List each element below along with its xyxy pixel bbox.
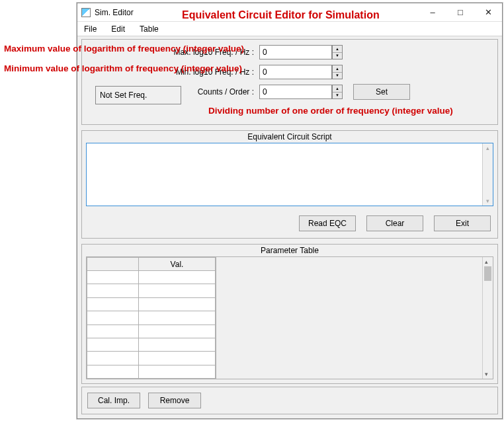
- table-row[interactable]: [87, 284, 216, 297]
- parameter-table-wrap: Val.: [86, 256, 493, 379]
- titlebar: Sim. Editor – □ ✕: [77, 3, 502, 22]
- max-log-freq-label: Max. log10 Freq. / Hz :: [173, 48, 259, 57]
- script-groupbox: Equivalent Circuit Script ▴▾ Read EQC Cl…: [81, 130, 498, 239]
- param-cell-name[interactable]: [87, 284, 139, 297]
- script-group-title: Equivalent Circuit Script: [82, 131, 497, 143]
- parameter-table-scrollbar[interactable]: [482, 257, 493, 379]
- read-eqc-button[interactable]: Read EQC: [299, 215, 356, 231]
- script-scrollbar[interactable]: ▴▾: [482, 143, 493, 206]
- min-log-freq-input[interactable]: [259, 65, 332, 79]
- param-cell-val[interactable]: [139, 325, 216, 338]
- set-button[interactable]: Set: [353, 84, 410, 100]
- table-row[interactable]: [87, 352, 216, 365]
- param-cell-name[interactable]: [87, 325, 139, 338]
- clear-button[interactable]: Clear: [366, 215, 423, 231]
- sim-editor-window: Sim. Editor – □ ✕ File Edit Table Max. l…: [77, 3, 503, 419]
- max-log-freq-input[interactable]: [259, 45, 332, 59]
- close-button[interactable]: ✕: [474, 3, 502, 22]
- menu-file[interactable]: File: [80, 23, 101, 35]
- window-title: Sim. Editor: [95, 8, 134, 17]
- exit-button[interactable]: Exit: [434, 215, 491, 231]
- script-textarea[interactable]: [87, 143, 482, 206]
- bottom-button-bar: Cal. Imp. Remove: [81, 387, 498, 414]
- script-textarea-wrap: ▴▾: [86, 143, 493, 206]
- param-cell-name[interactable]: [87, 271, 139, 284]
- parameter-table[interactable]: Val.: [87, 257, 216, 379]
- max-log-freq-spinner[interactable]: ▲▼: [332, 45, 343, 59]
- table-row[interactable]: [87, 311, 216, 325]
- cal-imp-button[interactable]: Cal. Imp.: [87, 393, 140, 408]
- min-log-freq-spinner[interactable]: ▲▼: [332, 65, 343, 79]
- menubar: File Edit Table: [77, 22, 502, 36]
- param-cell-name[interactable]: [87, 352, 139, 365]
- script-button-row: Read EQC Clear Exit: [82, 210, 497, 238]
- param-cell-val[interactable]: [139, 297, 216, 311]
- remove-button[interactable]: Remove: [148, 393, 201, 408]
- param-cell-val[interactable]: [139, 365, 216, 378]
- table-row[interactable]: [87, 338, 216, 351]
- menu-edit[interactable]: Edit: [107, 23, 129, 35]
- param-cell-val[interactable]: [139, 311, 216, 325]
- table-row[interactable]: [87, 325, 216, 338]
- param-cell-name[interactable]: [87, 365, 139, 378]
- parameter-table-title: Parameter Table: [82, 245, 497, 256]
- param-cell-val[interactable]: [139, 352, 216, 365]
- param-cell-val[interactable]: [139, 284, 216, 297]
- parameter-table-groupbox: Parameter Table Val.: [81, 244, 498, 384]
- counts-order-input[interactable]: [259, 85, 332, 99]
- counts-order-spinner[interactable]: ▲▼: [332, 85, 343, 99]
- param-col-blank: [87, 258, 139, 271]
- min-log-freq-label: Min. log10 Freq. / Hz :: [173, 67, 259, 77]
- minimize-button[interactable]: –: [419, 3, 446, 22]
- table-row[interactable]: [87, 297, 216, 311]
- app-icon: [81, 8, 91, 17]
- param-cell-val[interactable]: [139, 271, 216, 284]
- param-cell-name[interactable]: [87, 338, 139, 351]
- maximize-button[interactable]: □: [446, 3, 474, 22]
- freq-status-box: Not Set Freq.: [95, 86, 181, 104]
- parameter-table-blank-area: [216, 257, 482, 379]
- table-row[interactable]: [87, 271, 216, 284]
- param-col-val: Val.: [139, 258, 216, 271]
- param-cell-name[interactable]: [87, 311, 139, 325]
- table-row[interactable]: [87, 365, 216, 378]
- counts-order-label: Counts / Order :: [173, 87, 259, 96]
- param-cell-name[interactable]: [87, 297, 139, 311]
- param-cell-val[interactable]: [139, 338, 216, 351]
- frequency-panel: Max. log10 Freq. / Hz : ▲▼ Min. log10 Fr…: [81, 39, 498, 125]
- menu-table[interactable]: Table: [136, 23, 163, 35]
